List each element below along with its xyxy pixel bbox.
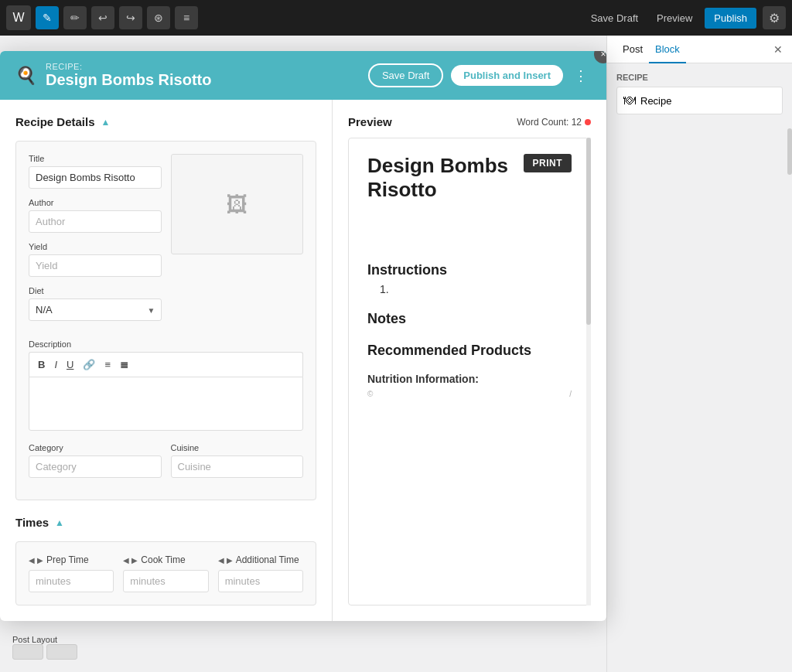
- prep-time-decrement-btn[interactable]: ◀: [29, 556, 35, 565]
- image-placeholder[interactable]: 🖼: [171, 154, 304, 254]
- cook-time-label: Cook Time: [141, 554, 185, 565]
- preview-title: Preview: [348, 115, 392, 128]
- modal-header-text: Recipe: Design Bombs Risotto: [46, 62, 211, 89]
- category-input[interactable]: [29, 455, 162, 478]
- cook-time-input[interactable]: [123, 570, 208, 592]
- panel-section-label: Recipe: [616, 73, 783, 82]
- modal-header-actions: Save Draft Publish and Insert ⋮: [368, 63, 591, 87]
- cook-time-label-row: ◀ ▶ Cook Time: [123, 554, 208, 565]
- preview-scroll-thumb[interactable]: [586, 138, 591, 325]
- diet-label: Diet: [29, 286, 162, 295]
- recipe-details-title: Recipe Details: [15, 115, 95, 128]
- tab-post[interactable]: Post: [616, 36, 649, 63]
- description-field-row: Description B I U 🔗 ≡ ≣: [29, 339, 303, 434]
- panel-recipe-item[interactable]: 🍽 Recipe: [616, 87, 783, 114]
- prep-time-input[interactable]: [29, 570, 114, 592]
- prep-time-increment-btn[interactable]: ▶: [37, 556, 43, 565]
- richtext-italic-btn[interactable]: I: [52, 357, 60, 372]
- modal-overlay: 🍳 Recipe: Design Bombs Risotto Save Draf…: [0, 36, 606, 672]
- modal-recipe-icon: 🍳: [15, 66, 36, 86]
- toolbar-edit-btn[interactable]: ✎: [36, 6, 59, 29]
- title-input[interactable]: [29, 166, 162, 189]
- additional-time-label: Additional Time: [236, 554, 299, 565]
- modal-close-button[interactable]: ×: [594, 51, 606, 63]
- additional-time-decrement-btn[interactable]: ◀: [218, 556, 224, 565]
- preview-scroll-area: Design Bombs Risotto PRINT Instructions …: [348, 138, 591, 605]
- settings-icon[interactable]: ⚙: [763, 6, 786, 29]
- author-label: Author: [29, 198, 162, 207]
- diet-select[interactable]: N/A Vegetarian Vegan Gluten Free Dairy F…: [29, 298, 162, 321]
- times-chevron-icon[interactable]: ▲: [55, 517, 64, 528]
- additional-time-field: ◀ ▶ Additional Time: [218, 554, 303, 592]
- category-cuisine-row: Category Cuisine: [29, 443, 303, 487]
- additional-time-label-row: ◀ ▶ Additional Time: [218, 554, 303, 565]
- recipe-details-chevron-icon[interactable]: ▲: [101, 117, 111, 128]
- modal-publish-insert-button[interactable]: Publish and Insert: [451, 65, 563, 86]
- wp-logo-icon[interactable]: W: [6, 5, 31, 30]
- times-fields: ◀ ▶ Prep Time ◀: [15, 541, 316, 605]
- top-right-buttons: Save Draft Preview Publish ⚙: [585, 6, 786, 29]
- recipe-details-header: Recipe Details ▲: [15, 115, 316, 128]
- toolbar-pencil-btn[interactable]: ✏: [63, 6, 87, 29]
- toolbar-more-btn[interactable]: ≡: [175, 6, 198, 29]
- title-label: Title: [29, 154, 162, 163]
- cook-time-increment-btn[interactable]: ▶: [131, 556, 138, 565]
- admin-preview-button[interactable]: Preview: [650, 9, 698, 27]
- modal-more-icon[interactable]: ⋮: [571, 67, 591, 84]
- cook-time-stepper: ◀ ▶: [123, 556, 138, 565]
- prep-time-label-row: ◀ ▶ Prep Time: [29, 554, 114, 565]
- cuisine-input[interactable]: [171, 455, 304, 478]
- panel-close-icon[interactable]: ✕: [773, 43, 783, 56]
- yield-input[interactable]: [29, 254, 162, 277]
- word-count-indicator: [585, 119, 591, 125]
- word-count: Word Count: 12: [517, 117, 591, 128]
- category-field-row: Category: [29, 443, 162, 478]
- modal-save-draft-button[interactable]: Save Draft: [368, 63, 443, 87]
- preview-recommended-title: Recommended Products: [367, 343, 572, 359]
- toolbar-undo-btn[interactable]: ↩: [91, 6, 114, 29]
- modal-body: Recipe Details ▲ Title: [0, 100, 606, 621]
- author-input[interactable]: [29, 210, 162, 233]
- toolbar-redo-btn[interactable]: ↪: [119, 6, 142, 29]
- category-label: Category: [29, 443, 162, 452]
- cook-time-decrement-btn[interactable]: ◀: [123, 556, 129, 565]
- cuisine-label: Cuisine: [171, 443, 304, 452]
- prep-time-field: ◀ ▶ Prep Time: [29, 554, 114, 592]
- right-sidebar: Post Block ✕ Recipe 🍽 Recipe: [606, 36, 792, 672]
- admin-publish-button[interactable]: Publish: [705, 8, 756, 29]
- additional-time-increment-btn[interactable]: ▶: [227, 556, 233, 565]
- richtext-link-btn[interactable]: 🔗: [80, 357, 97, 372]
- additional-time-input[interactable]: [218, 570, 303, 592]
- form-left-col: Title Author Yield: [29, 154, 162, 330]
- description-textarea[interactable]: [29, 377, 303, 431]
- richtext-bold-btn[interactable]: B: [36, 357, 47, 372]
- recipe-modal: 🍳 Recipe: Design Bombs Risotto Save Draf…: [0, 51, 606, 621]
- tab-block[interactable]: Block: [649, 36, 686, 63]
- preview-panel: Preview Word Count: 12 Design Bombs Riso…: [333, 100, 606, 621]
- richtext-underline-btn[interactable]: U: [64, 357, 76, 372]
- richtext-list-ul-btn[interactable]: ≡: [102, 357, 113, 372]
- preview-footer: © /: [367, 390, 572, 398]
- modal-recipe-label: Recipe:: [46, 62, 211, 71]
- word-count-text: Word Count: 12: [517, 117, 582, 128]
- diet-field-row: Diet N/A Vegetarian Vegan Gluten Free Da…: [29, 286, 162, 321]
- modal-header: 🍳 Recipe: Design Bombs Risotto Save Draf…: [0, 51, 606, 100]
- recipe-form: Title Author Yield: [15, 141, 316, 500]
- form-right-col: 🖼: [171, 154, 304, 330]
- preview-instructions-title: Instructions: [367, 262, 572, 278]
- preview-notes-title: Notes: [367, 311, 572, 327]
- toolbar-wp-btn[interactable]: ⊛: [147, 6, 170, 29]
- recipe-details-panel: Recipe Details ▲ Title: [0, 100, 333, 621]
- preview-instructions-item: 1.: [380, 283, 572, 295]
- preview-recipe-title: Design Bombs Risotto: [367, 154, 508, 202]
- title-field-row: Title: [29, 154, 162, 189]
- admin-save-draft-button[interactable]: Save Draft: [585, 9, 644, 27]
- panel-scrollbar: [787, 128, 792, 175]
- panel-tabs: Post Block ✕: [607, 36, 792, 63]
- richtext-list-ol-btn[interactable]: ≣: [118, 357, 131, 372]
- richtext-toolbar: B I U 🔗 ≡ ≣: [29, 352, 303, 377]
- print-button[interactable]: PRINT: [524, 154, 572, 172]
- preview-spacer: [367, 208, 572, 247]
- preview-scrollbar: [586, 138, 591, 605]
- preview-footer-right: /: [569, 390, 572, 398]
